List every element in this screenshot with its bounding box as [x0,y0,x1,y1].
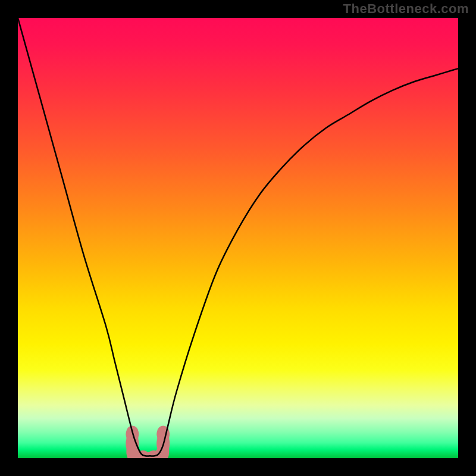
watermark-text: TheBottleneck.com [343,1,469,17]
plot-area [18,18,458,458]
chart-svg [18,18,458,458]
bottleneck-curve [18,18,458,456]
chart-frame: TheBottleneck.com [0,0,476,476]
